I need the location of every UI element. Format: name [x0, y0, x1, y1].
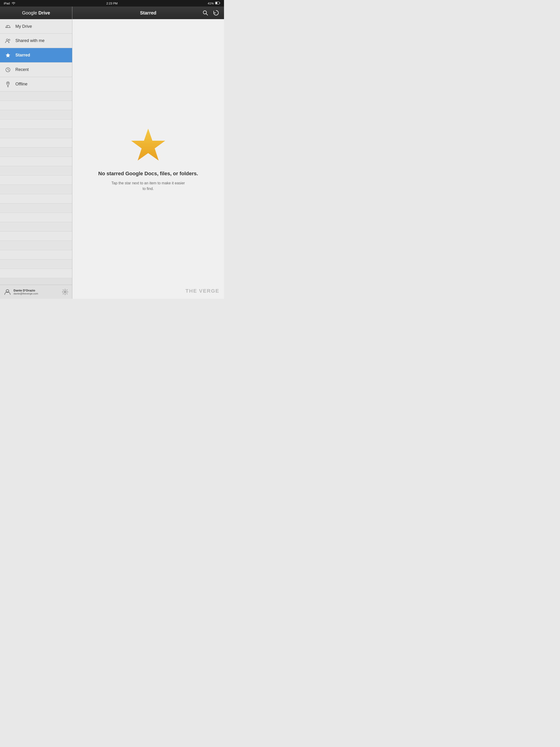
- user-info-section[interactable]: Dante D'Orazio dante@theverge.com: [4, 288, 38, 296]
- recent-icon: [5, 67, 11, 73]
- device-label: iPad: [4, 2, 10, 5]
- refresh-icon[interactable]: [213, 9, 219, 16]
- header-actions: [202, 9, 219, 16]
- empty-star-illustration: [129, 126, 167, 163]
- status-bar-left: iPad: [4, 2, 16, 5]
- app-container: Google Drive My Drive: [0, 6, 224, 299]
- sidebar-item-shared[interactable]: Shared with me: [0, 34, 72, 48]
- pin-icon: [5, 81, 11, 87]
- main-header: Starred: [72, 6, 224, 19]
- empty-state-title: No starred Google Docs, files, or folder…: [98, 170, 198, 177]
- sidebar-item-offline[interactable]: Offline: [0, 77, 72, 92]
- empty-state: No starred Google Docs, files, or folder…: [72, 19, 224, 299]
- watermark: The Verge: [185, 288, 219, 294]
- user-avatar-icon: [4, 288, 11, 296]
- sidebar: Google Drive My Drive: [0, 6, 72, 299]
- sidebar-item-recent[interactable]: Recent: [0, 62, 72, 77]
- sidebar-item-starred-label: Starred: [16, 53, 30, 58]
- svg-point-5: [7, 82, 9, 83]
- settings-icon[interactable]: [62, 289, 68, 295]
- status-bar: iPad 2:23 PM 41%: [0, 0, 224, 6]
- svg-rect-1: [215, 2, 217, 4]
- svg-point-2: [6, 39, 8, 41]
- user-name: Dante D'Orazio: [14, 289, 38, 292]
- sidebar-brand: Google Drive: [22, 10, 50, 16]
- sidebar-item-shared-label: Shared with me: [16, 38, 45, 43]
- empty-state-subtitle: Tap the star next to an item to make it …: [111, 180, 185, 191]
- sidebar-item-my-drive[interactable]: My Drive: [0, 19, 72, 34]
- shared-icon: [5, 37, 11, 44]
- status-bar-time: 2:23 PM: [106, 2, 118, 5]
- svg-point-3: [9, 39, 10, 41]
- main-content: Starred: [72, 6, 224, 299]
- sidebar-empty-area: [0, 92, 72, 278]
- sidebar-item-recent-label: Recent: [16, 67, 29, 72]
- main-header-title: Starred: [94, 10, 202, 16]
- search-icon[interactable]: [202, 9, 209, 16]
- user-email: dante@theverge.com: [14, 292, 38, 295]
- sidebar-header: Google Drive: [0, 6, 72, 19]
- svg-point-7: [64, 291, 66, 293]
- battery-icon: [215, 2, 220, 5]
- sidebar-item-starred[interactable]: Starred: [0, 48, 72, 62]
- sidebar-item-my-drive-label: My Drive: [16, 24, 32, 29]
- star-icon-nav: [5, 52, 11, 58]
- user-details: Dante D'Orazio dante@theverge.com: [14, 289, 38, 295]
- sidebar-footer: Dante D'Orazio dante@theverge.com: [0, 285, 72, 299]
- drive-icon: [5, 23, 11, 30]
- battery-percentage: 41%: [208, 2, 214, 5]
- sidebar-item-offline-label: Offline: [16, 82, 28, 86]
- wifi-icon: [12, 2, 16, 5]
- sidebar-nav: My Drive Shared with me: [0, 19, 72, 285]
- status-bar-right: 41%: [208, 2, 220, 5]
